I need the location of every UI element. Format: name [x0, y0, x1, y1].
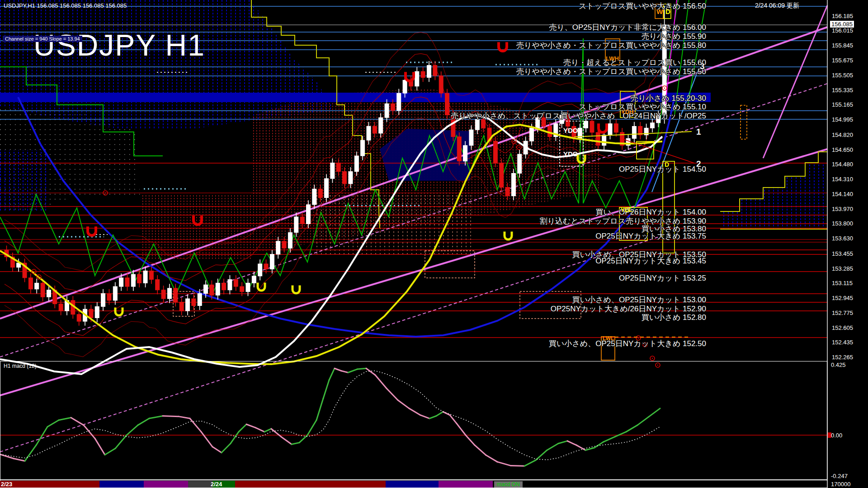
level-annotation: 売りやや小さめ・ストップロス買いやや小さめ 155.50	[516, 66, 706, 77]
reference-box-label: YDH	[621, 108, 633, 115]
price-tick: 152.945	[832, 295, 853, 301]
price-tick: 155.335	[832, 87, 853, 94]
price-tick: 152.775	[832, 310, 853, 316]
update-time: 2/24 06:09 更新	[755, 2, 799, 10]
price-tick: 154.310	[832, 176, 853, 183]
price-tick: 154.995	[832, 116, 853, 123]
macd-tick: -0.247	[831, 473, 848, 479]
level-annotation: OP25日NYカット 154.50	[619, 164, 706, 174]
current-price-tick: 156.085	[830, 21, 854, 28]
chart-canvas[interactable]	[0, 0, 868, 488]
reference-box-label: YDC	[563, 150, 578, 158]
time-label: 2/24	[211, 481, 222, 488]
price-tick: 153.115	[832, 280, 853, 286]
reference-box-label: D	[665, 161, 669, 168]
price-tick: 154.650	[832, 146, 853, 153]
price-tick: 152.435	[832, 339, 853, 346]
reference-box-label: LWH	[606, 55, 619, 62]
reference-box-label: W	[656, 8, 663, 15]
macd-tick: 0.425	[831, 361, 846, 368]
reference-box-label: YDL	[621, 206, 632, 213]
price-tick: 154.480	[832, 161, 853, 168]
reference-box-label: LWL	[603, 335, 614, 342]
level-annotation: 売りやや小さめ・ストップロス買いやや小さめ 155.80	[516, 40, 706, 51]
time-label: 2/23	[1, 481, 12, 488]
macd-on-badge[interactable]: macd ON	[494, 481, 523, 488]
price-tick: 152.265	[832, 354, 853, 361]
price-tick: 155.675	[832, 57, 853, 64]
projection-endpoint-number: 2	[696, 159, 701, 169]
macd-tick: 0.00	[831, 432, 842, 439]
price-tick: 156.185	[832, 13, 853, 19]
level-annotation: OP25日NYカット大きめ 153.45	[595, 256, 706, 266]
price-tick: 153.630	[832, 235, 853, 242]
projection-endpoint-number: 1	[696, 127, 701, 137]
price-tick: 155.505	[832, 72, 853, 79]
channel-info-chip: Channel size = 940 Slope = 13.94	[3, 36, 82, 42]
price-tick: 153.970	[832, 206, 853, 212]
macd-indicator-label: H1 macd (12)	[4, 363, 37, 369]
chart-window: USDJPY H1 USDJPY,H1 156.085 156.085 156.…	[0, 0, 868, 488]
price-tick: 153.800	[832, 220, 853, 227]
price-tick: 155.845	[832, 42, 853, 49]
price-tick: 152.605	[832, 324, 853, 331]
price-tick: 155.165	[832, 101, 853, 108]
price-tick: 156.015	[832, 27, 853, 34]
level-annotation: 買い小さめ 152.80	[642, 312, 706, 323]
reference-box-label: YDO	[563, 127, 578, 134]
level-annotation: 買い小さめ、OP25日NYカット大きめ 152.50	[549, 338, 706, 349]
price-tick: 153.285	[832, 265, 853, 272]
price-tick: 153.455	[832, 250, 853, 257]
price-tick: 154.820	[832, 131, 853, 138]
level-annotation: OP25日NYカット大きめ 153.75	[595, 231, 706, 241]
level-annotation: OP25日NYカット 153.25	[619, 273, 706, 283]
symbol-quote-line: USDJPY,H1 156.085 156.085 156.085 156.08…	[4, 2, 127, 9]
volume-axis-label: 170000	[831, 481, 850, 488]
projection-endpoint-number: 3	[700, 61, 705, 71]
reference-box-label: D	[665, 8, 670, 15]
level-annotation: 売りやや小さめ、ストップロス買いやや小さめ OP24日NYカット/OP25	[451, 111, 706, 121]
watermark-title: USDJPY H1	[33, 28, 205, 62]
price-tick: 154.140	[832, 191, 853, 197]
level-annotation: ストップロス買いやや大きめ 156.50	[579, 1, 706, 11]
